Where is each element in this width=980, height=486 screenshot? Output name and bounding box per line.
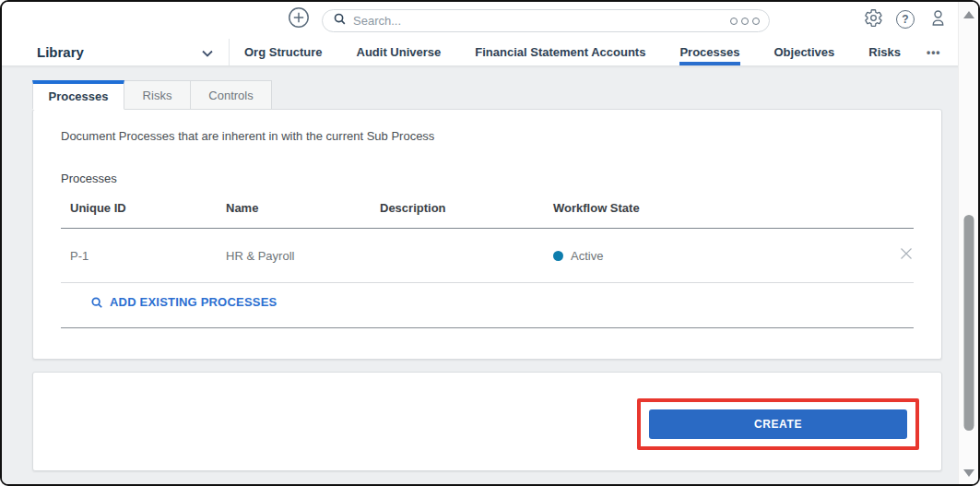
search-bar[interactable] <box>322 9 770 32</box>
content-area: Processes Risks Controls Document Proces… <box>2 66 978 484</box>
column-header-description: Description <box>380 201 553 215</box>
processes-panel: Document Processes that are inherent in … <box>32 109 942 360</box>
module-nav-bar: Library Org Structure Audit Universe Fin… <box>2 39 978 66</box>
top-right-icons: ? <box>863 9 948 30</box>
active-state-dot <box>553 251 563 261</box>
scrollbar-thumb[interactable] <box>963 215 974 431</box>
person-icon <box>928 8 948 31</box>
workflow-state-label: Active <box>571 249 603 263</box>
account-button[interactable] <box>927 9 948 30</box>
triple-circle-icon[interactable] <box>730 18 760 25</box>
chevron-down-icon <box>202 44 213 61</box>
search-input[interactable] <box>353 14 730 28</box>
add-new-button[interactable] <box>289 9 309 30</box>
column-header-unique-id: Unique ID <box>61 201 226 215</box>
annotation-highlight-box: CREATE <box>637 398 919 450</box>
add-existing-processes-label: ADD EXISTING PROCESSES <box>110 295 277 309</box>
table-header-row: Unique ID Name Description Workflow Stat… <box>61 201 914 229</box>
add-existing-processes-link[interactable]: ADD EXISTING PROCESSES <box>90 295 277 309</box>
cell-workflow-state: Active <box>553 249 877 263</box>
module-label: Library <box>37 44 84 60</box>
nav-more-button[interactable]: ••• <box>927 39 941 65</box>
tab-risks[interactable]: Risks <box>124 80 191 110</box>
help-button[interactable]: ? <box>895 9 915 30</box>
footer-panel: CREATE <box>32 372 942 471</box>
cell-unique-id: P-1 <box>61 249 226 263</box>
create-button[interactable]: CREATE <box>649 409 907 439</box>
cell-name: HR & Payroll <box>226 249 380 263</box>
panel-description: Document Processes that are inherent in … <box>61 129 914 143</box>
nav-item-audit-universe[interactable]: Audit Universe <box>357 39 442 65</box>
vertical-scrollbar[interactable] <box>958 2 978 484</box>
processes-table: Unique ID Name Description Workflow Stat… <box>61 201 914 328</box>
question-circle-icon: ? <box>896 10 915 29</box>
table-row[interactable]: P-1 HR & Payroll Active <box>61 229 914 283</box>
settings-button[interactable] <box>863 9 883 30</box>
nav-item-financial-statement-accounts[interactable]: Financial Statement Accounts <box>475 39 645 65</box>
tab-processes[interactable]: Processes <box>32 80 124 110</box>
gear-icon <box>864 8 883 31</box>
column-header-workflow-state: Workflow State <box>553 201 877 215</box>
module-dropdown[interactable]: Library <box>2 39 230 65</box>
add-existing-row: ADD EXISTING PROCESSES <box>61 283 914 327</box>
column-header-name: Name <box>226 201 380 215</box>
nav-item-objectives[interactable]: Objectives <box>774 39 835 65</box>
plus-circle-icon <box>288 6 310 32</box>
nav-tabs: Org Structure Audit Universe Financial S… <box>244 39 901 65</box>
section-label: Processes <box>61 172 914 185</box>
top-bar: ? <box>2 2 978 39</box>
nav-item-risks[interactable]: Risks <box>868 39 901 65</box>
triangle-up-icon[interactable] <box>963 11 974 18</box>
remove-row-button[interactable] <box>877 246 914 265</box>
nav-item-org-structure[interactable]: Org Structure <box>244 39 323 65</box>
triangle-down-icon[interactable] <box>963 469 974 477</box>
sub-tabs: Processes Risks Controls <box>32 80 942 110</box>
magnifier-icon <box>90 296 103 309</box>
nav-item-processes[interactable]: Processes <box>679 39 739 65</box>
tab-controls[interactable]: Controls <box>191 80 272 110</box>
app-window: ? Library Org Structure Audit Unive <box>0 0 980 486</box>
search-icon <box>333 12 347 30</box>
x-close-icon <box>899 246 914 265</box>
